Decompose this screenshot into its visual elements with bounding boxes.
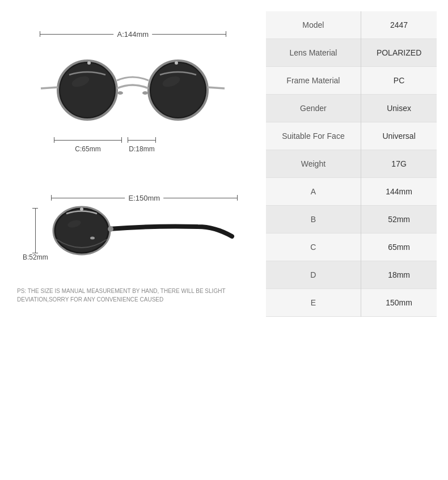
svg-point-17 — [80, 207, 83, 211]
spec-row: E150mm — [266, 289, 437, 317]
svg-point-11 — [175, 61, 178, 65]
spec-row: Model2447 — [266, 11, 437, 39]
spec-value: POLARIZED — [361, 39, 437, 67]
spec-label: Weight — [266, 150, 361, 178]
glasses-front-image — [23, 42, 243, 133]
spec-row: C65mm — [266, 233, 437, 261]
dim-c-label: C:65mm — [75, 145, 100, 153]
svg-point-8 — [117, 91, 123, 95]
spec-row: D18mm — [266, 261, 437, 289]
spec-label: B — [266, 206, 361, 233]
spec-label: A — [266, 178, 361, 206]
spec-row: Suitable For FaceUniversal — [266, 122, 437, 150]
spec-label: E — [266, 289, 361, 317]
spec-row: GenderUnisex — [266, 95, 437, 122]
svg-point-16 — [90, 237, 95, 240]
svg-point-1 — [60, 63, 115, 117]
spec-row: A144mm — [266, 178, 437, 206]
disclaimer-text: PS: THE SIZE IS MANUAL MEASUREMENT BY HA… — [11, 287, 255, 304]
spec-row: Frame MaterialPC — [266, 67, 437, 95]
spec-label: Frame Material — [266, 67, 361, 95]
specs-table: Model2447Lens MaterialPOLARIZEDFrame Mat… — [266, 11, 437, 317]
spec-value: 150mm — [361, 289, 437, 317]
spec-label: Model — [266, 11, 361, 39]
spec-value: 65mm — [361, 233, 437, 261]
spec-label: D — [266, 261, 361, 289]
svg-point-9 — [142, 91, 148, 95]
dim-b-label: B:52mm — [23, 253, 48, 261]
spec-label: Gender — [266, 95, 361, 122]
spec-row: B52mm — [266, 206, 437, 233]
front-view-section: A:144mm — [11, 23, 255, 170]
right-panel: Model2447Lens MaterialPOLARIZEDFrame Mat… — [266, 11, 437, 469]
dim-a-label: A:144mm — [114, 30, 153, 39]
spec-value: Unisex — [361, 95, 437, 122]
spec-value: 17G — [361, 150, 437, 178]
svg-point-13 — [56, 209, 108, 252]
svg-point-10 — [87, 61, 91, 65]
spec-value: 2447 — [361, 11, 437, 39]
spec-label: Lens Material — [266, 39, 361, 67]
dim-d-label: D:18mm — [129, 145, 154, 153]
spec-label: Suitable For Face — [266, 122, 361, 150]
spec-value: Universal — [361, 122, 437, 150]
left-panel: A:144mm — [11, 11, 255, 469]
spec-value: PC — [361, 67, 437, 95]
spec-label: C — [266, 233, 361, 261]
spec-row: Lens MaterialPOLARIZED — [266, 39, 437, 67]
spec-value: 52mm — [361, 206, 437, 233]
spec-value: 144mm — [361, 178, 437, 206]
spec-value: 18mm — [361, 261, 437, 289]
side-view-section: E:150mm B:52mm — [11, 187, 255, 270]
svg-line-6 — [41, 87, 58, 88]
spec-row: Weight17G — [266, 150, 437, 178]
svg-line-7 — [208, 87, 225, 88]
dim-e-label: E:150mm — [125, 194, 164, 202]
svg-point-15 — [108, 226, 113, 232]
svg-point-4 — [151, 63, 205, 117]
glasses-side-image — [50, 205, 243, 264]
